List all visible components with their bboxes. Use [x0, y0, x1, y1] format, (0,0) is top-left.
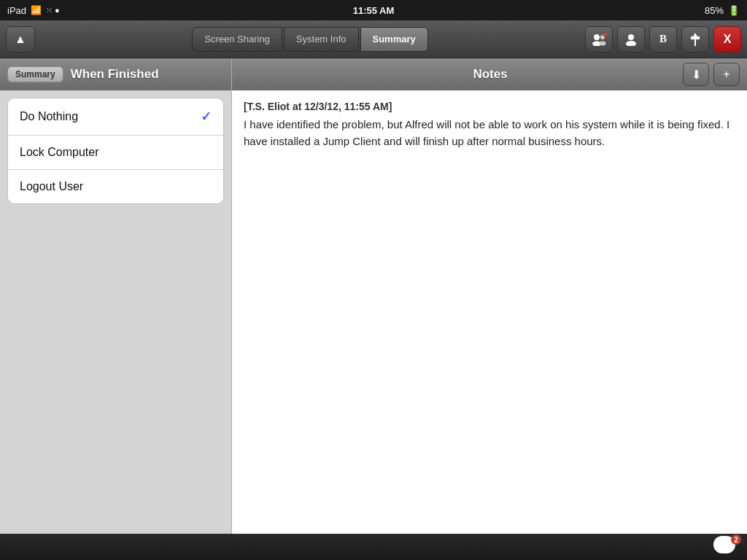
note-author: [T.S. Eliot at 12/3/12, 11:55 AM] — [244, 101, 735, 112]
tab-screen-sharing[interactable]: Screen Sharing — [192, 27, 282, 52]
content-area: Summary When Finished Do Nothing ✓ Lock … — [0, 58, 747, 534]
svg-point-3 — [599, 41, 605, 45]
download-button[interactable]: ⬇ — [683, 63, 709, 86]
svg-marker-9 — [721, 550, 724, 553]
tab-bar: Screen Sharing System Info Summary — [192, 27, 428, 52]
svg-text:!: ! — [604, 33, 605, 36]
bold-button[interactable]: B — [649, 26, 677, 52]
battery-percent: 85% — [705, 5, 724, 16]
device-label: iPad — [7, 5, 26, 16]
battery-icon: 🔋 — [728, 5, 740, 16]
list-item-logout-user[interactable]: Logout User — [8, 169, 223, 203]
left-panel: Summary When Finished Do Nothing ✓ Lock … — [0, 58, 232, 534]
user-group-button[interactable]: ! — [585, 26, 613, 52]
status-right: 85% 🔋 — [705, 5, 740, 16]
when-finished-title: When Finished — [71, 67, 159, 82]
do-nothing-checkmark: ✓ — [201, 109, 212, 125]
logout-user-label: Logout User — [20, 180, 83, 193]
nav-bar: ▲ Screen Sharing System Info Summary ! B — [0, 20, 747, 58]
add-note-button[interactable]: + — [713, 63, 740, 86]
wifi-icon: 📶 — [31, 5, 42, 15]
chat-button[interactable]: 2 — [713, 536, 740, 558]
svg-point-0 — [594, 34, 600, 40]
right-panel: Notes ⬇ + [T.S. Eliot at 12/3/12, 11:55 … — [232, 58, 747, 534]
bottom-bar: 2 — [0, 534, 747, 560]
svg-point-7 — [626, 41, 636, 46]
notes-title: Notes — [298, 67, 683, 82]
signal-dots: ⁙ ● — [46, 6, 60, 15]
bold-icon: B — [659, 33, 667, 45]
summary-badge: Summary — [7, 66, 63, 82]
status-time: 11:55 AM — [353, 5, 395, 16]
chat-badge-count: 2 — [731, 534, 741, 545]
nav-left: ▲ — [6, 26, 35, 52]
notes-header: Notes ⬇ + — [232, 58, 747, 90]
status-left: iPad 📶 ⁙ ● — [7, 5, 60, 16]
tab-summary[interactable]: Summary — [360, 27, 428, 52]
nav-right: ! B X — [585, 26, 741, 52]
left-header: Summary When Finished — [0, 58, 231, 90]
do-nothing-label: Do Nothing — [20, 110, 78, 123]
user-button[interactable] — [617, 26, 645, 52]
notes-content: [T.S. Eliot at 12/3/12, 11:55 AM] I have… — [232, 90, 747, 534]
eject-button[interactable]: ▲ — [6, 26, 35, 52]
header-actions: ⬇ + — [683, 63, 740, 86]
svg-point-6 — [628, 34, 634, 40]
tab-system-info[interactable]: System Info — [284, 27, 359, 52]
status-bar: iPad 📶 ⁙ ● 11:55 AM 85% 🔋 — [0, 0, 747, 20]
close-icon: X — [724, 33, 732, 46]
pin-button[interactable] — [681, 26, 709, 52]
note-text: I have identified the problem, but Alfre… — [244, 117, 735, 149]
lock-computer-label: Lock Computer — [20, 146, 99, 159]
list-item-lock-computer[interactable]: Lock Computer — [8, 135, 223, 169]
when-finished-list: Do Nothing ✓ Lock Computer Logout User — [7, 98, 224, 204]
list-item-do-nothing[interactable]: Do Nothing ✓ — [8, 98, 223, 135]
close-button[interactable]: X — [713, 26, 741, 52]
